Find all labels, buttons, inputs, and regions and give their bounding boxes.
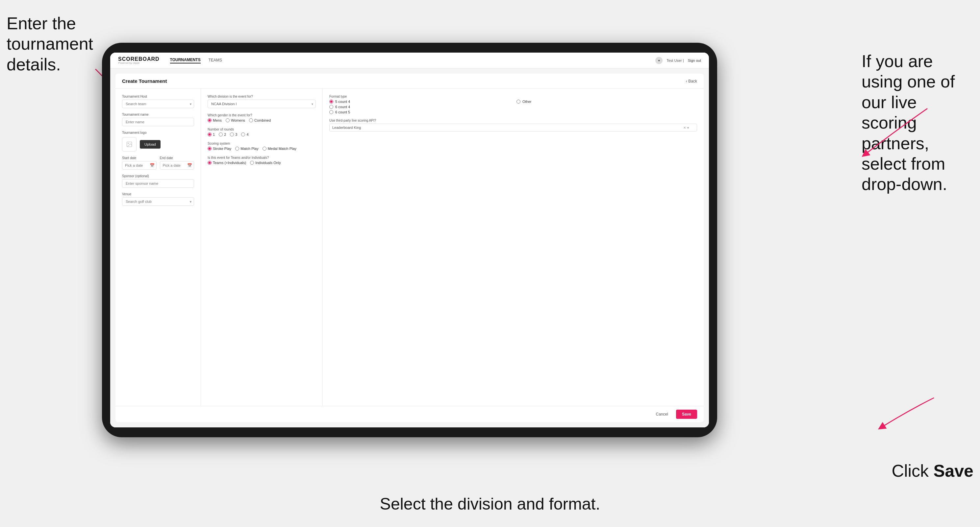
scoring-field: Scoring system Stroke Play Match Play [208,142,316,151]
division-label: Which division is the event for? [208,95,316,98]
teams-field: Is this event for Teams and/or Individua… [208,156,316,165]
annotation-topright: If you are using one of our live scoring… [862,51,974,195]
navbar-left: SCOREBOARD Powered by clippit TOURNAMENT… [118,57,222,64]
individuals-only-label: Individuals Only [255,161,281,165]
cancel-button[interactable]: Cancel [651,410,673,419]
format-6count5[interactable]: 6 count 5 [329,110,510,114]
rounds-1[interactable]: 1 [208,132,215,137]
gender-combined-label: Combined [254,118,271,122]
rounds-2[interactable]: 2 [219,132,226,137]
scoring-match-radio[interactable] [235,147,239,151]
nav-tournaments[interactable]: TOURNAMENTS [170,57,200,63]
logo-placeholder [122,137,137,152]
live-scoring-field: Use third-party live scoring API? Leader… [329,119,697,132]
scoring-stroke[interactable]: Stroke Play [208,147,231,151]
annotation-bottomright: Click Save [891,460,974,481]
navbar-right: ● Test User | Sign out [655,57,701,64]
tournament-host-field: Tournament Host ▾ [122,95,194,108]
venue-dropdown-icon: ▾ [190,200,191,203]
individuals-only-radio[interactable] [250,161,254,165]
gender-mens-radio[interactable] [208,118,212,122]
teams-plus-individuals[interactable]: Teams (+Individuals) [208,161,246,165]
format-5count4-radio[interactable] [329,100,333,103]
format-empty [517,105,697,109]
brand-name: SCOREBOARD [118,57,159,62]
gender-mens-label: Mens [213,118,222,122]
tournament-name-field: Tournament name [122,113,194,126]
back-button[interactable]: Back [686,79,697,84]
tournament-logo-label: Tournament logo [122,131,194,135]
scoring-match-label: Match Play [240,147,258,151]
svg-point-1 [128,143,129,144]
format-other-radio[interactable] [517,100,520,103]
format-5count4[interactable]: 5 count 4 [329,100,510,103]
rounds-4-radio[interactable] [241,132,245,137]
scoring-medal[interactable]: Medal Match Play [262,147,296,151]
middle-column: Which division is the event for? NCAA Di… [201,89,323,406]
format-other[interactable]: Other [517,100,697,103]
gender-womens[interactable]: Womens [226,118,245,122]
tournament-host-input[interactable] [122,100,194,108]
venue-input[interactable] [122,197,194,206]
format-type-label: Format type [329,95,697,98]
nav-links: TOURNAMENTS TEAMS [170,57,222,63]
live-scoring-value: Leaderboard King [332,125,361,130]
rounds-4[interactable]: 4 [241,132,248,137]
gender-combined[interactable]: Combined [249,118,271,122]
sponsor-label: Sponsor (optional) [122,174,194,178]
tournament-logo-field: Tournament logo Upload [122,131,194,152]
scoring-stroke-label: Stroke Play [213,147,231,151]
start-date-wrapper: 📅 [122,161,157,170]
tournament-name-input[interactable] [122,118,194,126]
start-date-field: Start date 📅 [122,156,157,170]
rounds-3[interactable]: 3 [230,132,237,137]
rounds-1-radio[interactable] [208,132,212,137]
live-scoring-select[interactable]: Leaderboard King ✕ ▾ [329,124,697,132]
panel-footer: Cancel Save [116,406,704,422]
brand: SCOREBOARD Powered by clippit [118,57,159,64]
end-date-label: End date [160,156,194,160]
scoring-stroke-radio[interactable] [208,147,212,151]
scoring-medal-label: Medal Match Play [268,147,296,151]
venue-label: Venue [122,192,194,196]
venue-field: Venue ▾ [122,192,194,206]
format-6count4-radio[interactable] [329,105,333,109]
gender-combined-radio[interactable] [249,118,253,122]
format-6count5-radio[interactable] [329,110,333,114]
individuals-only[interactable]: Individuals Only [250,161,281,165]
rounds-3-radio[interactable] [230,132,234,137]
nav-teams[interactable]: TEAMS [208,58,222,63]
format-6count4[interactable]: 6 count 4 [329,105,510,109]
host-dropdown-icon: ▾ [190,102,191,106]
teams-plus-label: Teams (+Individuals) [213,161,246,165]
sponsor-input[interactable] [122,179,194,188]
content-area: Create Tournament Back Tournament Host ▾ [110,68,709,427]
end-cal-icon: 📅 [187,163,192,168]
live-scoring-arrow-icon: ▾ [687,126,689,130]
sign-out-link[interactable]: Sign out [688,59,701,62]
scoring-medal-radio[interactable] [262,147,266,151]
format-type-field: Format type 5 count 4 Other [329,95,697,114]
live-scoring-clear[interactable]: ✕ [683,126,686,130]
teams-plus-radio[interactable] [208,161,212,165]
tablet: SCOREBOARD Powered by clippit TOURNAMENT… [102,43,717,437]
start-cal-icon: 📅 [150,163,154,168]
gender-womens-radio[interactable] [226,118,230,122]
rounds-field: Number of rounds 1 2 [208,127,316,137]
scoring-match[interactable]: Match Play [235,147,258,151]
tablet-screen: SCOREBOARD Powered by clippit TOURNAMENT… [110,52,709,427]
division-select[interactable]: NCAA Division I [208,100,316,108]
save-button[interactable]: Save [676,410,697,419]
gender-mens[interactable]: Mens [208,118,222,122]
create-tournament-panel: Create Tournament Back Tournament Host ▾ [116,74,704,422]
tournament-host-label: Tournament Host [122,95,194,98]
rounds-2-radio[interactable] [219,132,223,137]
gender-radio-group: Mens Womens Combined [208,118,316,122]
tournament-name-label: Tournament name [122,113,194,116]
end-date-field: End date 📅 [160,156,194,170]
avatar: ● [655,57,663,64]
gender-field: Which gender is the event for? Mens Wome… [208,113,316,122]
start-date-label: Start date [122,156,157,160]
upload-button[interactable]: Upload [140,140,161,149]
panel-header: Create Tournament Back [116,74,704,89]
